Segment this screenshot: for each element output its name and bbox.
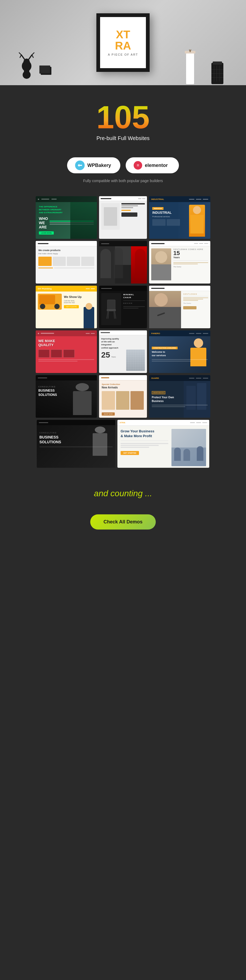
demo-thumb-architecture[interactable]: Improving qualityof life with anintegrat…	[99, 330, 147, 373]
svg-rect-20	[213, 62, 222, 65]
demo-thumb-kids-fashion[interactable]: Special Collection New Arrivals SHOP NOW	[99, 375, 147, 418]
demo-thumb-consulting-dark[interactable]: CONSULTING BUSINESSSOLUTIONS	[37, 420, 115, 468]
demo-thumb-grow-business[interactable]: XTRA Grow Your Business& Make More Profi…	[117, 420, 209, 468]
svg-line-9	[32, 53, 34, 55]
demo-thumb-biz-solutions[interactable]: CONSULTING BUSINESSSOLUTIONS	[36, 375, 97, 418]
wpbakery-badge: WPBakery	[67, 158, 120, 173]
svg-line-6	[19, 53, 21, 55]
demo-thumb-minimal-chair[interactable]: MINIMALCHAIR DESIGN	[99, 286, 147, 328]
demo-thumb-plumbing[interactable]: DIY Plumbing We Show Up Cal	[36, 286, 97, 328]
lantern-decoration	[209, 60, 226, 85]
builders-section: WPBakery ≡ elementor Fully compatible wi…	[0, 152, 246, 194]
demo-thumb-gentleman[interactable]: Gentleman Comes Here 15 Years The Gentry	[149, 241, 210, 283]
logo-tagline: A PIECE OF ART	[108, 53, 138, 56]
stats-section: 105 Pre-built Full Websites	[0, 85, 246, 152]
svg-line-7	[20, 55, 21, 57]
wpbakery-icon	[75, 161, 85, 170]
deer-decoration	[16, 52, 37, 80]
svg-line-10	[32, 55, 33, 57]
demo-thumb-construction[interactable]: FANERO CONSTRUCTION & BUILDING	[149, 330, 210, 373]
demo-row-3: DIY Plumbing We Show Up Cal	[5, 286, 241, 328]
svg-line-31	[108, 311, 109, 318]
demo-grid-section: The differencebetween ordinaryand extrao…	[0, 194, 246, 475]
demo-thumb-light-agency[interactable]: We create products that make clients hap…	[36, 241, 97, 283]
svg-line-29	[107, 311, 108, 318]
demo-row-1: The differencebetween ordinaryand extrao…	[5, 196, 241, 239]
demo-row-2: We create products that make clients hap…	[5, 241, 241, 283]
vase-decoration	[181, 49, 199, 85]
demo-thumb-gentleman2[interactable]: Gentleman The Gentry	[149, 286, 210, 328]
demo-thumb-dark-studio[interactable]	[99, 241, 147, 283]
svg-rect-14	[186, 52, 194, 84]
demo-row-6: CONSULTING BUSINESSSOLUTIONS XTRA	[5, 420, 241, 468]
svg-rect-12	[40, 65, 50, 73]
stats-number: 105	[8, 101, 238, 133]
demo-thumb-white-product[interactable]	[99, 196, 147, 239]
demo-thumb-protect-business[interactable]: GUARD WHAT WE DO Protect Your OwnBusin	[149, 375, 210, 418]
demo-row-5: CONSULTING BUSINESSSOLUTIONS Special Col…	[5, 375, 241, 418]
svg-rect-27	[107, 300, 115, 310]
small-box-decoration	[40, 65, 53, 77]
logo-bottom: RA	[108, 40, 138, 51]
elementor-label: elementor	[145, 163, 168, 168]
hero-section: XT RA A PIECE OF ART	[0, 0, 246, 85]
wpbakery-label: WPBakery	[87, 163, 111, 168]
svg-line-32	[114, 311, 114, 318]
logo-top: XT	[108, 29, 138, 40]
elementor-icon: ≡	[134, 161, 142, 170]
compatible-text: Fully compatible with both popular page …	[11, 179, 235, 191]
counting-section: and counting ...	[0, 475, 246, 509]
elementor-badge: ≡ elementor	[126, 158, 179, 173]
svg-line-8	[29, 55, 32, 60]
check-demos-button[interactable]: Check All Demos	[90, 514, 156, 530]
svg-point-0	[23, 71, 31, 79]
demo-thumb-quality[interactable]: WE MAKEQUALITY	[36, 330, 97, 373]
demo-thumb-industrial[interactable]: INDUSTRIAL SERVIC	[149, 196, 210, 239]
svg-line-30	[115, 311, 116, 318]
svg-line-5	[21, 55, 25, 60]
cta-section: Check All Demos	[0, 509, 246, 551]
counting-text: and counting ...	[8, 488, 238, 498]
demo-thumb-green-agency[interactable]: The differencebetween ordinaryand extrao…	[36, 196, 97, 239]
demo-row-4: WE MAKEQUALITY Improv	[5, 330, 241, 373]
hero-frame: XT RA A PIECE OF ART	[96, 13, 150, 72]
stats-description: Pre-built Full Websites	[8, 135, 238, 142]
svg-rect-28	[107, 309, 116, 311]
